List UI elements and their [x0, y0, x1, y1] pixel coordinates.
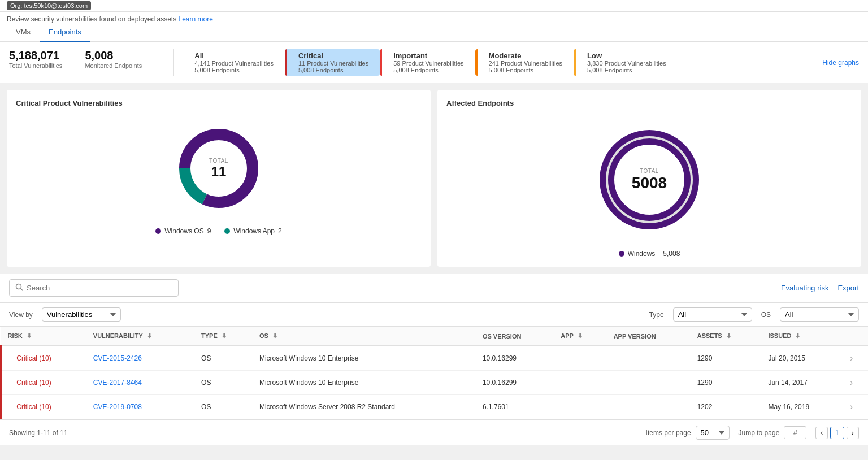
- viewby-label: View by: [9, 311, 33, 319]
- type-label: Type: [649, 311, 664, 319]
- subtitle-text: Review security vulnerabilities found on…: [7, 15, 176, 23]
- cell-vuln-0[interactable]: CVE-2015-2426: [86, 346, 194, 371]
- col-vulnerability[interactable]: VULNERABILITY ⬇: [86, 327, 194, 346]
- critical-product-vulns-chart: Critical Product Vulnerabilities TOTAL 1…: [7, 90, 431, 267]
- cell-app-1: [554, 371, 606, 395]
- cell-os-2: Microsoft Windows Server 2008 R2 Standar…: [253, 395, 476, 419]
- search-box[interactable]: [9, 279, 179, 297]
- prev-page-button[interactable]: ‹: [815, 427, 828, 439]
- os-select[interactable]: All: [780, 307, 859, 322]
- showing-label: Showing 1-11 of 11: [9, 429, 67, 437]
- type-select[interactable]: All: [673, 307, 752, 322]
- right-chart-title: Affected Endpoints: [446, 99, 852, 107]
- left-donut-wrap: TOTAL 11: [173, 123, 264, 214]
- page-number-input[interactable]: [784, 426, 806, 439]
- type-os-filters: Type All OS All: [649, 307, 859, 322]
- cell-assets-2: 1202: [691, 395, 762, 419]
- col-app[interactable]: APP ⬇: [554, 327, 606, 346]
- affected-endpoints-chart: Affected Endpoints TOTAL 5008 Windows 5,…: [437, 90, 861, 267]
- jump-to-label: Jump to page: [739, 429, 780, 437]
- charts-row: Critical Product Vulnerabilities TOTAL 1…: [0, 83, 868, 274]
- items-per-page-label: Items per page: [646, 429, 691, 437]
- org-bar: Org: test50k10@test03.com: [0, 0, 868, 12]
- right-donut-legend: Windows 5,008: [619, 250, 680, 258]
- table-row[interactable]: Critical (10) CVE-2017-8464 OS Microsoft…: [1, 371, 869, 395]
- viewby-select[interactable]: Vulnerabilities: [42, 307, 121, 322]
- current-page: 1: [830, 427, 844, 439]
- filter-card-all[interactable]: All 4,141 Product Vulnerabilities 5,008 …: [183, 49, 285, 76]
- cell-issued-0: Jul 20, 2015: [761, 346, 843, 371]
- windows-os-dot: [155, 228, 161, 234]
- filter-low-line1: 3,830 Product Vulnerabilities: [587, 60, 666, 67]
- windows-app-value: 2: [278, 227, 282, 235]
- next-page-button[interactable]: ›: [847, 427, 859, 439]
- export-row-right: Evaluating risk Export: [781, 284, 859, 292]
- cell-issued-1: Jun 14, 2017: [761, 371, 843, 395]
- left-donut-container: TOTAL 11 Windows OS 9 Windows App 2: [16, 114, 422, 235]
- table-row[interactable]: Critical (10) CVE-2019-0708 OS Microsoft…: [1, 395, 869, 419]
- filter-card-critical[interactable]: Critical 11 Product Vulnerabilities 5,00…: [285, 49, 380, 76]
- cell-arrow-1[interactable]: ›: [843, 371, 868, 395]
- subtitle-row: Review security vulnerabilities found on…: [0, 12, 868, 23]
- filter-important-line2: 5,008 Endpoints: [393, 67, 463, 73]
- cell-arrow-0[interactable]: ›: [843, 346, 868, 371]
- col-app-version[interactable]: APP VERSION: [607, 327, 691, 346]
- evaluating-risk-link[interactable]: Evaluating risk: [781, 284, 829, 292]
- filter-card-moderate[interactable]: Moderate 241 Product Vulnerabilities 5,0…: [475, 49, 574, 76]
- table-row[interactable]: Critical (10) CVE-2015-2426 OS Microsoft…: [1, 346, 869, 371]
- type-sort-icon: ⬇: [222, 332, 227, 339]
- app-sort-icon: ⬇: [578, 332, 583, 339]
- filter-all-line1: 4,141 Product Vulnerabilities: [194, 60, 274, 67]
- col-assets[interactable]: ASSETS ⬇: [691, 327, 762, 346]
- search-input[interactable]: [27, 284, 172, 292]
- monitored-endpoints-stat: 5,008 Monitored Endpoints: [85, 49, 155, 76]
- cell-appver-2: [607, 395, 691, 419]
- filter-moderate-line2: 5,008 Endpoints: [489, 67, 562, 73]
- hide-graphs-link[interactable]: Hide graphs: [822, 59, 859, 67]
- learn-more-link[interactable]: Learn more: [179, 15, 213, 23]
- assets-sort-icon: ⬇: [726, 332, 731, 339]
- windows-value: 5,008: [663, 250, 680, 258]
- filter-important-title: Important: [393, 51, 463, 60]
- right-donut-center: TOTAL 5008: [632, 168, 667, 192]
- col-os[interactable]: OS ⬇: [253, 327, 476, 346]
- items-per-page: Items per page 50: [646, 426, 730, 440]
- org-label: Org: test50k10@test03.com: [7, 1, 91, 10]
- export-button[interactable]: Export: [837, 284, 859, 292]
- cell-type-2: OS: [194, 395, 253, 419]
- cell-assets-1: 1290: [691, 371, 762, 395]
- vulnerability-table: RISK ⬇ VULNERABILITY ⬇ TYPE ⬇ OS ⬇ OS VE…: [0, 327, 868, 419]
- col-arrow: [843, 327, 868, 346]
- risk-sort-icon: ⬇: [27, 332, 32, 339]
- left-donut-legend: Windows OS 9 Windows App 2: [155, 227, 281, 235]
- windows-app-label: Windows App: [233, 227, 275, 235]
- footer-right: Items per page 50 Jump to page ‹ 1 ›: [646, 426, 859, 440]
- filter-card-important[interactable]: Important 59 Product Vulnerabilities 5,0…: [380, 49, 475, 76]
- windows-os-label: Windows OS: [164, 227, 203, 235]
- total-vuln-value: 5,188,071: [9, 49, 62, 62]
- issued-sort-icon: ⬇: [795, 332, 800, 339]
- items-per-page-select[interactable]: 50: [696, 426, 730, 440]
- col-os-version[interactable]: OS VERSION: [476, 327, 554, 346]
- cell-vuln-1[interactable]: CVE-2017-8464: [86, 371, 194, 395]
- cell-risk-1: Critical (10): [1, 371, 86, 395]
- jump-to-page: Jump to page: [739, 426, 807, 439]
- col-risk[interactable]: RISK ⬇: [1, 327, 86, 346]
- os-label: OS: [761, 311, 771, 319]
- tab-endpoints[interactable]: Endpoints: [40, 23, 90, 42]
- cell-vuln-2[interactable]: CVE-2019-0708: [86, 395, 194, 419]
- col-issued[interactable]: ISSUED ⬇: [761, 327, 843, 346]
- filter-all-title: All: [194, 51, 274, 60]
- svg-line-6: [21, 289, 23, 291]
- filter-card-low[interactable]: Low 3,830 Product Vulnerabilities 5,008 …: [574, 49, 678, 76]
- filter-low-title: Low: [587, 51, 666, 60]
- windows-label: Windows: [628, 250, 656, 258]
- cell-app-0: [554, 346, 606, 371]
- col-type[interactable]: TYPE ⬇: [194, 327, 253, 346]
- filter-moderate-line1: 241 Product Vulnerabilities: [489, 60, 562, 67]
- left-chart-title: Critical Product Vulnerabilities: [16, 99, 422, 107]
- tab-vms[interactable]: VMs: [7, 23, 40, 42]
- filter-moderate-title: Moderate: [489, 51, 562, 60]
- filter-row: View by Vulnerabilities Type All OS All: [0, 303, 868, 327]
- cell-arrow-2[interactable]: ›: [843, 395, 868, 419]
